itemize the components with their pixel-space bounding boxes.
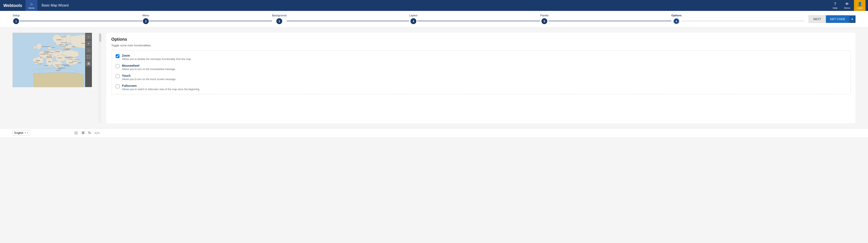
touch-desc: Allows you to turn on the touch screen m…: [122, 78, 176, 81]
option-zoom-text: Zoom Allows you to disable the zoom/pan …: [122, 54, 191, 61]
get-code-button[interactable]: GET CODE: [826, 15, 849, 23]
svg-text:Basseuse: Basseuse: [72, 61, 78, 62]
code-view-button[interactable]: </>: [95, 131, 100, 135]
step-5-circle: 5: [541, 18, 547, 24]
fullscreen-label: Fullscreen: [122, 84, 200, 87]
fullscreen-desc: Allows you to switch to fullscreen view …: [122, 88, 200, 91]
main-content: Sweden Finland United Kingdom France Ger…: [0, 28, 868, 128]
map-zoom-out-button[interactable]: −: [86, 47, 91, 53]
desktop-preview-button[interactable]: 🖥: [81, 131, 85, 135]
svg-text:Greece: Greece: [56, 70, 60, 71]
step-5-label: Panels: [540, 14, 549, 17]
refresh-button[interactable]: ↻: [88, 131, 91, 135]
zoom-desc: Allows you to disable the zoom/pan funct…: [122, 58, 191, 61]
wizard-step-3[interactable]: Background 3: [272, 14, 286, 24]
lang-clear-icon[interactable]: ✕: [24, 132, 26, 134]
svg-text:Amsterdam: Amsterdam: [43, 52, 49, 53]
svg-text:Turkey: Turkey: [78, 62, 82, 63]
svg-text:Bulgaria: Bulgaria: [69, 62, 73, 63]
wizard-step-1[interactable]: Setup 1: [12, 14, 20, 24]
step-3-label: Background: [272, 14, 286, 17]
svg-text:Finland: Finland: [62, 36, 66, 37]
step-2-label: Menu: [143, 14, 149, 17]
step-1-label: Setup: [12, 14, 20, 17]
step-4-circle: 4: [410, 18, 416, 24]
get-code-dropdown-button[interactable]: ▾: [849, 15, 856, 23]
touch-checkbox[interactable]: [116, 75, 120, 78]
svg-text:Brussels: Brussels: [44, 53, 49, 55]
connector-2-3: [149, 21, 272, 21]
option-fullscreen-text: Fullscreen Allows you to switch to fulls…: [122, 84, 200, 91]
fullscreen-checkbox[interactable]: [116, 84, 120, 88]
svg-text:Albania: Albania: [58, 69, 62, 70]
option-touch-text: Touch Allows you to turn on the touch sc…: [122, 74, 176, 81]
svg-text:Denmark: Denmark: [51, 47, 55, 48]
options-box: Zoom Allows you to disable the zoom/pan …: [111, 50, 850, 94]
map-zoom-in-button[interactable]: +: [86, 40, 91, 46]
step-6-circle: 6: [674, 18, 679, 24]
lang-dropdown-icon[interactable]: ▾: [27, 132, 28, 134]
svg-text:Poland: Poland: [56, 51, 60, 52]
wizard-actions: NEXT GET CODE ▾: [809, 15, 856, 23]
wizard-step-5[interactable]: Panels 5: [540, 14, 549, 24]
wizard-bar: Setup 1 Menu 2 Background 3 Layers 4 Pan…: [0, 11, 868, 28]
app-title: Basic Map Wizard: [37, 4, 830, 7]
home-button[interactable]: ⌂ Home: [26, 0, 37, 11]
refresh-icon: ↻: [88, 131, 91, 135]
monitor-icon: 🖥: [81, 131, 85, 135]
svg-text:Moldova: Moldova: [69, 57, 73, 58]
responsive-icon: ⊡: [74, 131, 78, 135]
login-label: Login: [857, 7, 863, 9]
home-icon: ⌂: [30, 2, 33, 6]
help-icon: ?: [834, 2, 836, 6]
map-controls: ⌂ + − ⛶ 🖶: [85, 33, 92, 87]
nav-actions: ? Help 👁 Demo 👤 Login: [830, 0, 866, 11]
svg-text:Spain: Spain: [36, 60, 40, 61]
zoom-checkbox[interactable]: [116, 54, 120, 58]
svg-text:Sweden: Sweden: [57, 39, 62, 40]
map-wrapper: Sweden Finland United Kingdom France Ger…: [12, 33, 92, 87]
wizard-step-2[interactable]: Menu 2: [143, 14, 149, 24]
step-4-label: Layers: [409, 14, 417, 17]
svg-text:Italy: Italy: [48, 61, 51, 62]
option-mousewheel: Mousewheel Allows you to turn on the mou…: [116, 64, 846, 71]
svg-text:Latvia: Latvia: [63, 48, 66, 49]
options-subtitle: Toggle some main functionalities.: [111, 44, 850, 47]
map-fullscreen-button[interactable]: ⛶: [86, 54, 91, 60]
options-title: Options: [111, 37, 850, 42]
svg-text:United Kingdom: United Kingdom: [42, 46, 51, 47]
next-button[interactable]: NEXT: [809, 15, 826, 23]
connector-5-6: [549, 21, 671, 21]
map-container: Sweden Finland United Kingdom France Ger…: [12, 33, 96, 123]
language-selector[interactable]: English ✕ ▾: [12, 130, 30, 135]
bottom-toolbar: English ✕ ▾ ⊡ 🖥 ↻ </>: [0, 128, 868, 137]
option-touch: Touch Allows you to turn on the touch sc…: [116, 74, 846, 81]
map-home-button[interactable]: ⌂: [86, 34, 91, 39]
svg-text:Estonia: Estonia: [62, 46, 66, 47]
mousewheel-desc: Allows you to turn on the mousewheel mes…: [122, 68, 176, 71]
help-label: Help: [833, 7, 837, 9]
map-svg[interactable]: Sweden Finland United Kingdom France Ger…: [13, 33, 92, 87]
toolbar-icons: ⊡ 🖥 ↻ </>: [74, 131, 100, 135]
help-button[interactable]: ? Help: [830, 0, 840, 11]
map-print-button[interactable]: 🖶: [86, 61, 91, 66]
home-label: Home: [28, 7, 34, 9]
connector-4-5: [417, 21, 540, 21]
option-mousewheel-text: Mousewheel Allows you to turn on the mou…: [122, 64, 176, 71]
scroll-bar[interactable]: [99, 33, 101, 123]
svg-text:Copenhagen: Copenhagen: [61, 42, 67, 43]
connector-6-end: [682, 21, 804, 21]
language-value: English: [14, 131, 24, 134]
demo-label: Demo: [844, 7, 850, 9]
wizard-steps: Setup 1 Menu 2 Background 3 Layers 4 Pan…: [12, 14, 804, 24]
mousewheel-checkbox[interactable]: [116, 64, 120, 68]
options-panel: Options Toggle some main functionalities…: [106, 33, 856, 123]
login-button[interactable]: 👤 Login: [854, 0, 866, 11]
svg-text:Romania: Romania: [74, 59, 79, 60]
svg-text:Serbia: Serbia: [57, 66, 60, 67]
demo-button[interactable]: 👁 Demo: [841, 0, 853, 11]
app-brand: Webtools: [2, 3, 26, 8]
responsive-preview-button[interactable]: ⊡: [74, 131, 78, 135]
wizard-step-6[interactable]: Options 6: [671, 14, 682, 24]
wizard-step-4[interactable]: Layers 4: [409, 14, 417, 24]
